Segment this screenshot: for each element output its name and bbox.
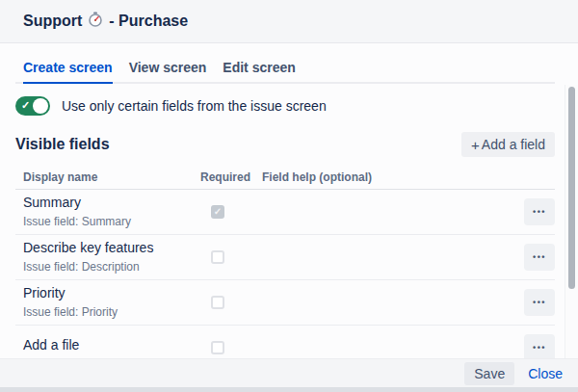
tab-create-screen[interactable]: Create screen [23,60,113,84]
table-row: Add a file ✓ ••• [15,326,555,358]
required-checkbox[interactable]: ✓ [211,341,224,354]
ellipsis-icon: ••• [533,208,546,217]
tab-view-screen[interactable]: View screen [129,60,207,84]
visible-fields-heading: Visible fields [15,136,110,153]
required-checkbox[interactable]: ✓ [211,250,224,264]
field-display-name: Describe key features [23,241,200,255]
actions-cell: ••• [524,198,555,225]
checkmark-icon: ✓ [214,207,222,217]
required-checkbox[interactable]: ✓ [211,296,224,309]
field-name-cell: Summary Issue field: Summary [23,196,200,228]
field-display-name: Summary [23,196,200,210]
field-display-name: Add a file [23,338,200,353]
actions-cell: ••• [524,244,555,271]
plus-icon: + [471,138,480,152]
field-name-cell: Priority Issue field: Priority [23,286,200,319]
screen-tab-bar: Create screenView screenEdit screen [15,60,555,84]
column-header-field-help: Field help (optional) [262,170,516,184]
field-name-cell: Describe key features Issue field: Descr… [23,241,200,274]
ellipsis-icon: ••• [533,253,546,262]
column-header-display-name: Display name [23,170,200,184]
row-actions-button[interactable]: ••• [524,289,555,316]
modal-footer: Save Close [0,358,578,387]
row-actions-button[interactable]: ••• [524,198,555,225]
row-actions-button[interactable]: ••• [524,334,555,358]
close-link[interactable]: Close [528,366,563,381]
required-cell: ✓ [200,341,262,354]
required-cell: ✓ [200,250,262,264]
required-cell: ✓ [200,205,262,219]
toggle-knob [33,98,48,114]
field-issue-field-label: Issue field: Summary [23,216,200,228]
required-checkbox[interactable]: ✓ [211,205,224,219]
scrollbar-thumb[interactable] [568,87,575,289]
required-cell: ✓ [200,296,262,309]
toggle-label: Use only certain fields from the issue s… [62,98,327,114]
modal-body: Create screenView screenEdit screen ✓ Us… [0,43,578,358]
save-button[interactable]: Save [464,362,514,385]
toggle-row: ✓ Use only certain fields from the issue… [15,96,555,116]
table-row: Priority Issue field: Priority ✓ ••• [15,280,555,326]
visible-fields-section-row: Visible fields + Add a field [15,132,555,157]
table-header-row: Display name Required Field help (option… [15,166,555,190]
visible-fields-table: Display name Required Field help (option… [15,166,555,358]
modal-header: Support - Purchase [0,0,578,43]
use-certain-fields-toggle[interactable]: ✓ [15,96,50,116]
actions-cell: ••• [524,289,555,316]
scrollbar-track[interactable] [565,85,578,358]
page-backdrop [0,387,578,392]
ellipsis-icon: ••• [533,299,546,307]
request-form-fields-modal: Support - Purchase Create screenView scr… [0,0,578,392]
tab-edit-screen[interactable]: Edit screen [223,60,295,84]
field-name-cell: Add a file [23,338,200,357]
field-issue-field-label: Issue field: Description [23,261,200,274]
ellipsis-icon: ••• [533,344,546,353]
column-header-required: Required [200,170,262,184]
field-issue-field-label: Issue field: Priority [23,306,200,319]
table-row: Describe key features Issue field: Descr… [15,235,555,280]
add-field-button-label: Add a field [482,137,545,152]
row-actions-button[interactable]: ••• [524,244,555,271]
table-row: Summary Issue field: Summary ✓ ••• [15,190,555,235]
modal-title: Support - Purchase [23,12,188,31]
stopwatch-icon [88,12,103,31]
checkmark-icon: ✓ [21,100,30,111]
add-field-button[interactable]: + Add a field [461,132,555,157]
actions-cell: ••• [524,334,555,358]
field-table-body: Summary Issue field: Summary ✓ ••• Descr… [15,190,555,358]
modal-title-prefix: Support [23,13,82,30]
field-display-name: Priority [23,286,200,301]
modal-title-suffix: - Purchase [109,13,188,30]
